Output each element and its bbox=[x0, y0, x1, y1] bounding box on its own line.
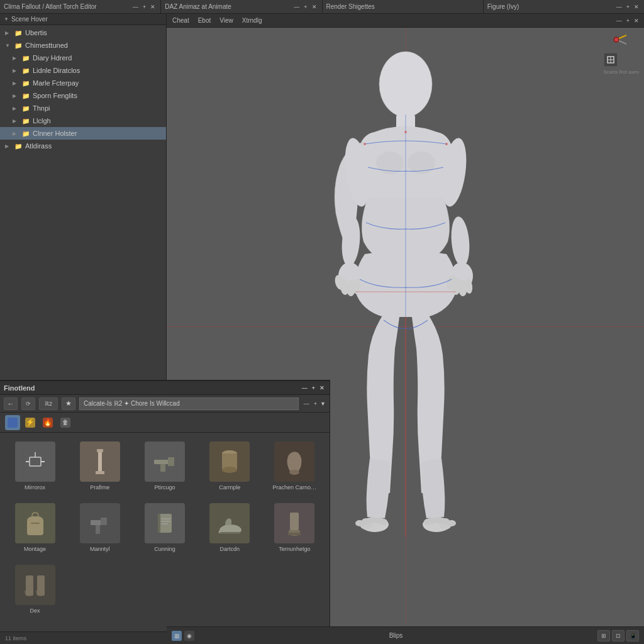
viewport-maximize-btn[interactable]: + bbox=[625, 18, 631, 24]
window-controls-1[interactable]: — + ✕ bbox=[131, 4, 157, 10]
tree-item-ubertis[interactable]: ▶ 📁 Ubertis bbox=[0, 26, 166, 39]
tree-item-lidnle[interactable]: ▶ 📁 Lidnle Diratclos bbox=[0, 64, 166, 77]
tree-arrow-marle: ▶ bbox=[13, 80, 20, 86]
finder-icon-blue[interactable] bbox=[5, 415, 20, 430]
tree-item-holster[interactable]: ▶ 📁 Clnner Holster bbox=[0, 127, 166, 140]
vp-bottom-icon-1[interactable]: ⊞ bbox=[597, 630, 610, 641]
minimize-btn-1[interactable]: — bbox=[131, 4, 140, 10]
maximize-btn-2[interactable]: + bbox=[303, 4, 308, 10]
content-item-cunning[interactable]: Cunning bbox=[135, 499, 194, 556]
finder-icon-bar: ⚡ 🔥 🗑 bbox=[0, 413, 330, 433]
svg-rect-58 bbox=[31, 523, 40, 524]
axis-label: Scarts Rot axes bbox=[604, 69, 639, 75]
finder-icon-red[interactable]: 🔥 bbox=[40, 415, 55, 430]
viewport-menu-xtrn[interactable]: Xtrndlg bbox=[240, 17, 264, 24]
blue-icon bbox=[8, 418, 18, 428]
finder-title-bar: Finotlend — + ✕ bbox=[0, 381, 330, 395]
content-item-montage[interactable]: Montage bbox=[5, 499, 65, 556]
back-button[interactable]: ← bbox=[4, 397, 18, 410]
tree-item-thnpi[interactable]: ▶ 📁 Thnpi bbox=[0, 102, 166, 114]
viewport-btn-1[interactable] bbox=[604, 53, 618, 67]
content-grid: Mirrorox Prafime bbox=[5, 438, 325, 618]
content-item-carmple[interactable]: Carmple bbox=[200, 438, 260, 494]
calc-label: ℝ2 bbox=[45, 401, 52, 407]
finder-icon-yellow[interactable]: ⚡ bbox=[23, 415, 38, 430]
viewport-menu-cheat[interactable]: Cheat bbox=[170, 17, 191, 24]
folder-icon-thnpi: 📁 bbox=[21, 104, 30, 113]
tree-label-marle: Marle Fcterpay bbox=[33, 79, 79, 87]
viewport-window-controls[interactable]: — + ✕ bbox=[615, 18, 640, 24]
svg-rect-69 bbox=[288, 533, 301, 535]
label-cunning: Cunning bbox=[154, 546, 175, 552]
calc-btn[interactable]: ℝ2 bbox=[39, 397, 58, 410]
maximize-btn-4[interactable]: + bbox=[625, 4, 631, 10]
close-btn-2[interactable]: ✕ bbox=[311, 4, 318, 10]
tree-item-diary[interactable]: ▶ 📁 Diary Hdrerd bbox=[0, 52, 166, 64]
viewport-close-btn[interactable]: ✕ bbox=[633, 18, 640, 24]
tree-arrow-thnpi: ▶ bbox=[13, 106, 20, 111]
finder-content[interactable]: Mirrorox Prafime bbox=[0, 433, 330, 631]
label-dartcdn: Dartcdn bbox=[219, 546, 240, 552]
finder-path-label: Calcate-Is ℝ2 ✦ Chore Is Willccad bbox=[84, 400, 180, 407]
close-btn-1[interactable]: ✕ bbox=[149, 4, 157, 10]
tree-item-llclgh[interactable]: ▶ 📁 Llclgh bbox=[0, 114, 166, 127]
svg-rect-63 bbox=[158, 514, 160, 533]
topbar-section-2: DAZ Animaz at Animate — + ✕ bbox=[161, 0, 322, 13]
viewport-menu-ebot[interactable]: Ebot bbox=[196, 17, 213, 24]
content-item-dartcdn[interactable]: Dartcdn bbox=[200, 499, 260, 556]
tree-label-holster: Clnner Holster bbox=[33, 130, 77, 137]
refresh-button[interactable]: ⟳ bbox=[21, 397, 35, 410]
label-prafime: Prafime bbox=[90, 484, 109, 491]
tree-item-atld[interactable]: ▶ 📁 Atldirass bbox=[0, 140, 166, 152]
thumb-dex bbox=[15, 565, 55, 605]
tree-arrow-atld: ▶ bbox=[5, 143, 13, 149]
close-btn-4[interactable]: ✕ bbox=[633, 4, 640, 10]
thumb-carmple bbox=[209, 441, 250, 482]
label-tern: Ternunhetgo bbox=[279, 546, 310, 552]
window-controls-4[interactable]: — + ✕ bbox=[615, 4, 640, 10]
tree-label-lidnle: Lidnle Diratclos bbox=[33, 67, 80, 74]
finder-path-bar[interactable]: Calcate-Is ℝ2 ✦ Chore Is Willccad bbox=[79, 397, 299, 410]
content-item-mirrorox[interactable]: Mirrorox bbox=[5, 438, 65, 494]
svg-rect-60 bbox=[101, 518, 107, 525]
minimize-btn-4[interactable]: — bbox=[615, 4, 623, 10]
content-item-dex[interactable]: Dex bbox=[5, 561, 65, 618]
vp-bottom-icon-3[interactable]: 📱 bbox=[626, 630, 639, 641]
tree-arrow-diary: ▶ bbox=[13, 55, 20, 61]
svg-rect-67 bbox=[220, 532, 240, 534]
maximize-btn-1[interactable]: + bbox=[142, 4, 147, 10]
scene-panel-title: ▼ Scene Hover bbox=[0, 14, 166, 25]
content-item-manntyl[interactable]: Manntyl bbox=[70, 499, 130, 556]
vp-status-icon-1[interactable]: ▦ bbox=[172, 631, 182, 641]
tree-item-chimest[interactable]: ▼ 📁 Chimesttuned bbox=[0, 39, 166, 52]
finder-icon-trash[interactable]: 🗑 bbox=[58, 415, 73, 430]
viewport-menu-view[interactable]: View bbox=[218, 17, 235, 24]
viewport-axis-controls[interactable]: Scarts Rot axes bbox=[604, 30, 639, 75]
folder-icon-holster: 📁 bbox=[21, 129, 30, 138]
label-mirrorox: Mirrorox bbox=[25, 484, 45, 491]
trash-icon: 🗑 bbox=[60, 418, 70, 428]
content-item-ptircugo[interactable]: Ptircugo bbox=[135, 438, 194, 494]
folder-icon-chimest: 📁 bbox=[14, 41, 23, 50]
topbar-section-4: Figure (Ivy) — + ✕ bbox=[484, 0, 644, 13]
star-btn[interactable]: ★ bbox=[62, 397, 75, 410]
vp-bottom-icon-2[interactable]: ⊡ bbox=[612, 630, 625, 641]
svg-rect-53 bbox=[160, 464, 165, 472]
tree-item-marle[interactable]: ▶ 📁 Marle Fcterpay bbox=[0, 77, 166, 89]
finder-panel: Finotlend — + ✕ ← ⟳ ℝ2 ★ Calcate-Is ℝ2 ✦… bbox=[0, 380, 330, 644]
tree-arrow-ubertis: ▶ bbox=[5, 30, 13, 36]
window-controls-2[interactable]: — + ✕ bbox=[292, 4, 318, 10]
thumb-montage bbox=[15, 503, 55, 543]
vp-status-icon-2[interactable]: ◉ bbox=[184, 631, 194, 641]
svg-rect-61 bbox=[96, 525, 100, 534]
viewport-minimize-btn[interactable]: — bbox=[615, 18, 623, 24]
scene-arrow-icon: ▼ bbox=[4, 16, 9, 22]
tree-item-sporn[interactable]: ▶ 📁 Sporn Fenglits bbox=[0, 89, 166, 102]
minimize-btn-2[interactable]: — bbox=[292, 4, 301, 10]
finder-title-label: Finotlend bbox=[4, 384, 35, 392]
content-item-prafime[interactable]: Prafime bbox=[70, 438, 130, 494]
viewport-bottom-right: ⊞ ⊡ 📱 bbox=[597, 630, 639, 641]
finder-status-label: 11 items bbox=[5, 635, 26, 641]
thumb-manntyl bbox=[80, 503, 120, 543]
thumb-dartcdn bbox=[209, 503, 250, 543]
